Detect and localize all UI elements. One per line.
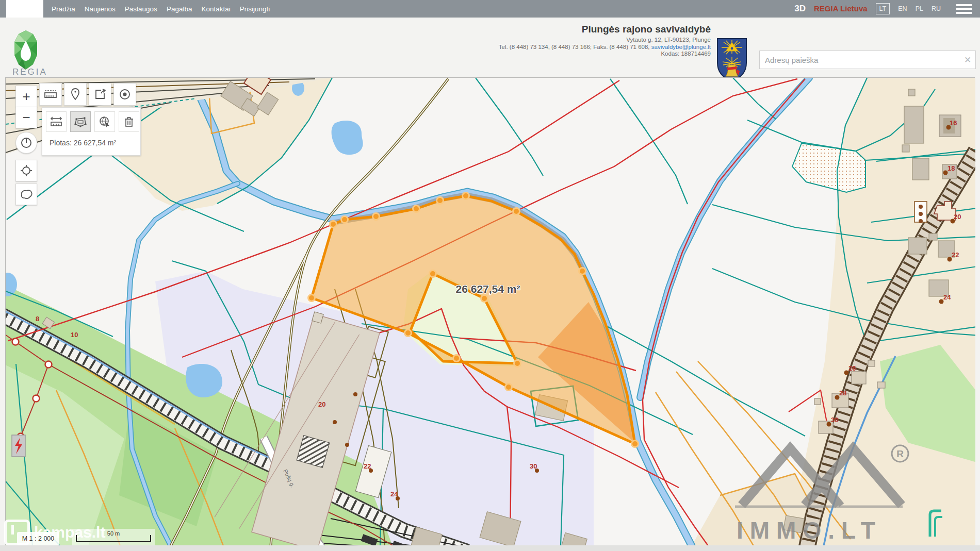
menu-item-pagalba[interactable]: Pagalba	[167, 5, 192, 13]
svg-text:24: 24	[943, 293, 951, 301]
globe-cursor-icon	[99, 115, 111, 128]
menu-item-naujienos[interactable]: Naujienos	[85, 5, 116, 13]
view-3d-button[interactable]: 3D	[794, 4, 806, 14]
ruler-icon	[44, 89, 57, 100]
language-en[interactable]: EN	[898, 5, 907, 12]
top-navbar: Pradžia Naujienos Paslaugos Pagalba Kont…	[0, 0, 980, 18]
regia-lietuva-link[interactable]: REGIA Lietuva	[814, 4, 868, 13]
regia-app: Pradžia Naujienos Paslaugos Pagalba Kont…	[0, 0, 980, 551]
lithuania-outline-icon	[20, 189, 33, 200]
menu-item-kontaktai[interactable]: Kontaktai	[201, 5, 230, 13]
transformer-icon	[12, 435, 25, 457]
municipality-email-link[interactable]: savivaldybe@plunge.lt	[651, 44, 711, 50]
area-icon	[74, 115, 87, 128]
geolocate-button[interactable]	[15, 160, 37, 181]
municipality-info: Plungės rajono savivaldybė Vytauto g. 12…	[381, 24, 711, 58]
municipality-address: Vytauto g. 12, LT-90123, Plungė	[381, 37, 711, 44]
municipality-code: Kodas: 188714469	[381, 51, 711, 58]
map-canvas[interactable]: 8 10 16 18 20 22 24 26 28 30 22 24 30 20…	[5, 77, 975, 545]
svg-text:30: 30	[831, 416, 838, 424]
svg-text:28: 28	[839, 389, 846, 397]
svg-text:16: 16	[950, 119, 957, 127]
compass-reset-button[interactable]	[15, 132, 37, 154]
add-marker-button[interactable]	[64, 83, 87, 106]
compass-icon	[20, 137, 32, 149]
zoom-out-button[interactable]: −	[15, 107, 37, 128]
logo-tab	[6, 0, 43, 18]
main-menu: Pradžia Naujienos Paslaugos Pagalba Kont…	[52, 0, 270, 18]
measure-area-button[interactable]	[70, 111, 91, 132]
map-drawing: 8 10 16 18 20 22 24 26 28 30 22 24 30 20…	[6, 78, 975, 546]
language-pl[interactable]: PL	[916, 5, 923, 12]
measure-distance-button[interactable]	[46, 111, 67, 132]
measure-clear-button[interactable]	[119, 111, 139, 132]
search-input[interactable]	[760, 56, 960, 64]
nav-right-cluster: 3D REGIA Lietuva LT EN PL RU	[794, 0, 972, 18]
svg-text:8: 8	[36, 315, 39, 323]
menu-item-prisijungti[interactable]: Prisijungti	[240, 5, 270, 13]
map-pin-icon	[70, 88, 80, 101]
search-clear-icon[interactable]: ✕	[960, 55, 975, 65]
svg-text:18: 18	[948, 164, 955, 172]
map-scalebar: 50 m	[72, 529, 155, 545]
coat-of-arms	[717, 38, 747, 81]
distance-icon	[50, 116, 63, 127]
measure-tool-button[interactable]	[39, 83, 62, 106]
language-lt[interactable]: LT	[876, 3, 890, 14]
regia-logo-text: REGIA	[12, 67, 47, 77]
svg-text:22: 22	[952, 251, 959, 259]
full-extent-button[interactable]	[15, 183, 37, 205]
share-icon	[94, 88, 106, 101]
trash-icon	[124, 115, 134, 128]
bottom-strip	[0, 545, 980, 551]
svg-text:26: 26	[848, 364, 856, 372]
municipality-title: Plungės rajono savivaldybė	[381, 24, 711, 35]
zoom-in-button[interactable]: +	[15, 86, 37, 107]
map-scale-text: M 1 : 2 000	[17, 532, 59, 545]
share-map-button[interactable]	[89, 83, 111, 106]
measure-panel: Plotas: 26 627,54 m²	[42, 107, 141, 156]
svg-text:20: 20	[954, 213, 961, 221]
svg-text:24: 24	[390, 490, 398, 498]
municipality-contacts: Tel. (8 448) 73 134, (8 448) 73 166; Fak…	[499, 44, 650, 50]
menu-item-pradzia[interactable]: Pradžia	[52, 5, 75, 13]
crosshair-icon	[20, 164, 32, 177]
hamburger-menu-icon[interactable]	[956, 4, 972, 14]
select-point-button[interactable]	[113, 83, 136, 106]
area-readout: Plotas: 26 627,54 m²	[50, 139, 116, 147]
address-search: ✕	[759, 51, 976, 69]
svg-text:30: 30	[530, 462, 537, 470]
circle-dot-icon	[119, 88, 131, 101]
page-header: REGIA Plungės rajono savivaldybė Vytauto…	[0, 18, 980, 77]
svg-text:20: 20	[318, 400, 325, 408]
measure-coordinates-button[interactable]	[94, 111, 115, 132]
menu-item-paslaugos[interactable]: Paslaugos	[125, 5, 157, 13]
language-ru[interactable]: RU	[932, 5, 941, 12]
svg-text:10: 10	[71, 331, 78, 339]
svg-text:22: 22	[364, 462, 371, 470]
